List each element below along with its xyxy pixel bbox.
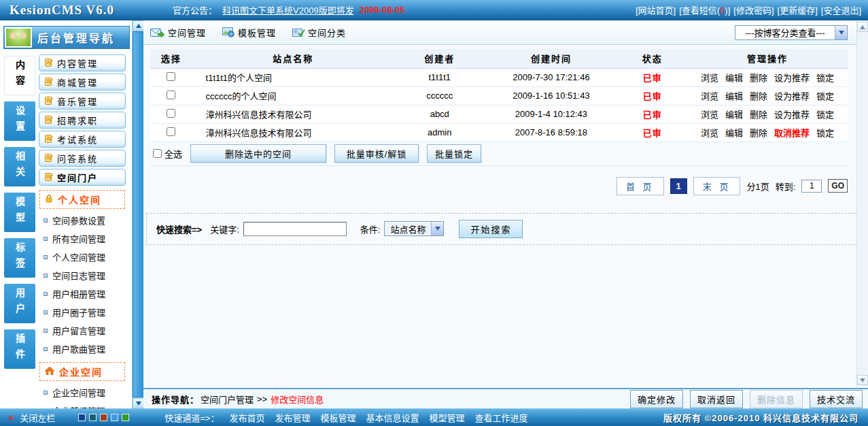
theme-swatch-green[interactable] (122, 414, 129, 421)
keyword-input[interactable] (243, 222, 347, 236)
op-recommend-link[interactable]: 设为推荐 (774, 91, 810, 101)
sidebar-scrollbar[interactable] (132, 20, 143, 408)
op-view-link[interactable]: 浏览 (701, 73, 718, 83)
sidebar-item-personal-spaces[interactable]: 个人空间管理 (38, 248, 129, 266)
close-left-panel-button[interactable]: × 关闭左栏 (8, 411, 55, 424)
quick-link-publish-manage[interactable]: 发布管理 (275, 411, 310, 424)
start-search-button[interactable]: 开始搜索 (459, 220, 523, 238)
last-page-button[interactable]: 末 页 (693, 177, 741, 195)
sidebar-item-user-messages[interactable]: 用户留言管理 (38, 321, 129, 340)
sidebar-item-space-params[interactable]: 空间参数设置 (38, 211, 129, 229)
sidebar-item-all-spaces[interactable]: 所有空间管理 (38, 229, 129, 248)
toolbar-space-category[interactable]: 空间分类 (292, 26, 346, 39)
menu-button-space-portal[interactable]: 空间门户 (39, 169, 126, 186)
theme-swatch-navy[interactable] (78, 414, 86, 421)
sidebar-tab-related[interactable]: 相关 (4, 147, 35, 186)
sidebar-scrollbar-thumb[interactable] (133, 31, 143, 397)
menu-button-content-manage[interactable]: 内容管理 (39, 54, 126, 71)
select-all-checkbox[interactable] (153, 149, 162, 158)
menu-button-shop-manage[interactable]: 商城管理 (39, 73, 126, 91)
scroll-down-icon[interactable] (857, 375, 868, 385)
scroll-up-icon[interactable] (133, 20, 143, 31)
goto-page-input[interactable] (801, 180, 822, 193)
row-checkbox[interactable] (167, 91, 175, 99)
sidebar-item-user-songs[interactable]: 用户歌曲管理 (38, 340, 129, 358)
op-edit-link[interactable]: 编辑 (725, 110, 743, 120)
toolbar-space-manage[interactable]: 空间管理 (150, 26, 206, 39)
tech-support-button[interactable]: 技术交流 (810, 390, 863, 408)
op-view-link[interactable]: 浏览 (701, 128, 718, 138)
op-view-link[interactable]: 浏览 (701, 110, 718, 120)
op-lock-link[interactable]: 锁定 (816, 91, 834, 101)
first-page-button[interactable]: 首 页 (617, 177, 664, 195)
scroll-up-icon[interactable] (857, 22, 868, 32)
op-view-link[interactable]: 浏览 (701, 91, 718, 101)
main-scrollbar[interactable] (856, 20, 868, 387)
op-lock-link[interactable]: 锁定 (816, 128, 834, 138)
batch-lock-button[interactable]: 批量锁定 (427, 144, 481, 163)
row-checkbox[interactable] (167, 72, 175, 81)
op-edit-link[interactable]: 编辑 (725, 73, 743, 83)
select-all[interactable]: 全选 (153, 147, 182, 160)
quick-link-model-manage[interactable]: 模型管理 (429, 411, 464, 424)
sidebar-tab-plugins[interactable]: 插件 (4, 329, 35, 369)
sidebar-tab-settings[interactable]: 设置 (4, 101, 35, 141)
quick-link-basic-info[interactable]: 基本信息设置 (366, 411, 419, 424)
announcement-link[interactable]: 科讯图文下单系统V2009版即将发 (222, 3, 354, 16)
op-edit-link[interactable]: 编辑 (725, 128, 743, 138)
sidebar-item-user-circles[interactable]: 用户圈子管理 (38, 303, 129, 321)
op-edit-link[interactable]: 编辑 (725, 91, 743, 101)
change-password-link[interactable]: [修改密码] (733, 3, 774, 16)
sidebar-tab-content[interactable]: 内容 (4, 56, 35, 95)
condition-label: 条件: (360, 223, 381, 235)
status-badge: 已审 (617, 105, 687, 123)
menu-button-jobs[interactable]: 招聘求职 (39, 112, 126, 129)
confirm-modify-button[interactable]: 确定修改 (630, 390, 683, 408)
op-cancel-recommend-link[interactable]: 取消推荐 (774, 128, 810, 138)
view-messages-link[interactable]: [查看短信(0)] (679, 3, 730, 16)
sidebar-item-user-albums[interactable]: 用户相册管理 (38, 284, 129, 303)
theme-swatch-blue[interactable] (111, 414, 118, 421)
condition-select[interactable]: 站点名称 (384, 221, 444, 236)
op-lock-link[interactable]: 锁定 (816, 110, 834, 120)
go-button[interactable]: GO (828, 179, 848, 193)
quick-link-template-manage[interactable]: 模板管理 (320, 411, 355, 424)
sidebar-item-space-logs[interactable]: 空间日志管理 (38, 266, 129, 284)
row-checkbox[interactable] (167, 109, 175, 118)
mail-arrow-icon (150, 27, 165, 37)
sidebar-item-enterprise-spaces[interactable]: 企业空间管理 (38, 383, 129, 402)
op-delete-link[interactable]: 删除 (750, 73, 767, 83)
sidebar-tab-models[interactable]: 模型 (4, 193, 35, 232)
scroll-down-icon[interactable] (133, 398, 143, 408)
quick-link-publish-home[interactable]: 发布首页 (229, 411, 264, 424)
section-personal-space[interactable]: 个人空间 (39, 190, 125, 209)
op-delete-link[interactable]: 删除 (750, 110, 767, 120)
delete-selected-button[interactable]: 删除选中的空间 (190, 144, 326, 163)
menu-button-qa-system[interactable]: 问答系统 (39, 150, 126, 167)
sidebar-tab-users[interactable]: 用户 (4, 284, 35, 323)
column-header-status: 状态 (617, 49, 687, 68)
admin-avatar (5, 27, 32, 48)
op-delete-link[interactable]: 删除 (750, 91, 767, 101)
op-delete-link[interactable]: 删除 (750, 128, 767, 138)
sidebar-tab-tags[interactable]: 标签 (4, 238, 35, 278)
batch-audit-unlock-button[interactable]: 批量审核/解锁 (334, 144, 419, 163)
toolbar-template-manage[interactable]: 模板管理 (222, 26, 276, 39)
menu-button-exam-system[interactable]: 考试系统 (39, 131, 126, 148)
op-lock-link[interactable]: 锁定 (816, 73, 834, 83)
quick-link-work-progress[interactable]: 查看工作进度 (474, 411, 527, 424)
op-recommend-link[interactable]: 设为推荐 (774, 73, 810, 83)
category-icon (292, 27, 305, 37)
logout-link[interactable]: [安全退出] (821, 3, 861, 16)
row-checkbox[interactable] (167, 127, 175, 136)
cancel-return-button[interactable]: 取消返回 (690, 390, 743, 408)
section-enterprise-space[interactable]: 企业空间 (39, 362, 125, 381)
theme-swatch-teal[interactable] (89, 414, 97, 421)
sidebar-item-enterprise-news[interactable]: 企业新闻管理 (38, 402, 129, 408)
op-recommend-link[interactable]: 设为推荐 (774, 110, 810, 120)
menu-button-music-manage[interactable]: 音乐管理 (39, 93, 126, 110)
site-home-link[interactable]: [网站首页] (636, 3, 676, 16)
refresh-cache-link[interactable]: [更新缓存] (778, 3, 818, 16)
theme-swatch-rust[interactable] (100, 414, 107, 421)
blog-category-select[interactable]: ---按博客分类查看--- (735, 25, 848, 40)
